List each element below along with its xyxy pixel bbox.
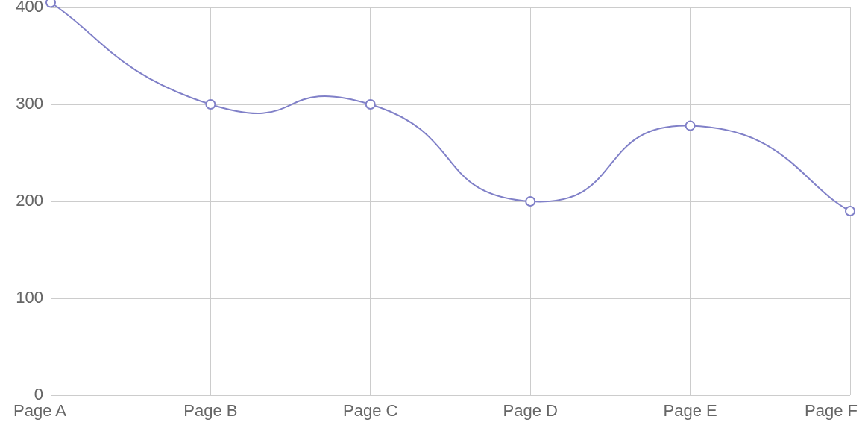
line-chart: 0100200300400 Page APage BPage CPage DPa… <box>0 0 868 440</box>
x-tick-label: Page D <box>503 401 558 420</box>
y-tick-label: 400 <box>16 0 43 16</box>
series-line <box>51 3 850 212</box>
chart-points <box>46 0 855 216</box>
x-tick-label: Page B <box>183 401 237 420</box>
y-tick-label: 300 <box>16 94 43 113</box>
chart-grid <box>51 7 850 395</box>
data-point[interactable] <box>366 100 375 109</box>
data-point[interactable] <box>526 197 535 206</box>
x-axis-ticks: Page APage BPage CPage DPage EPage F <box>13 401 858 420</box>
y-tick-label: 200 <box>16 191 43 210</box>
x-tick-label: Page F <box>805 401 858 420</box>
y-tick-label: 100 <box>16 288 43 307</box>
data-point[interactable] <box>46 0 55 7</box>
data-point[interactable] <box>846 207 855 216</box>
x-tick-label: Page A <box>13 401 66 420</box>
data-point[interactable] <box>206 100 215 109</box>
chart-series <box>51 3 850 212</box>
data-point[interactable] <box>686 122 695 131</box>
x-tick-label: Page C <box>343 401 397 420</box>
chart-svg: 0100200300400 Page APage BPage CPage DPa… <box>0 0 868 440</box>
x-tick-label: Page E <box>664 401 717 420</box>
y-axis-ticks: 0100200300400 <box>16 0 43 403</box>
